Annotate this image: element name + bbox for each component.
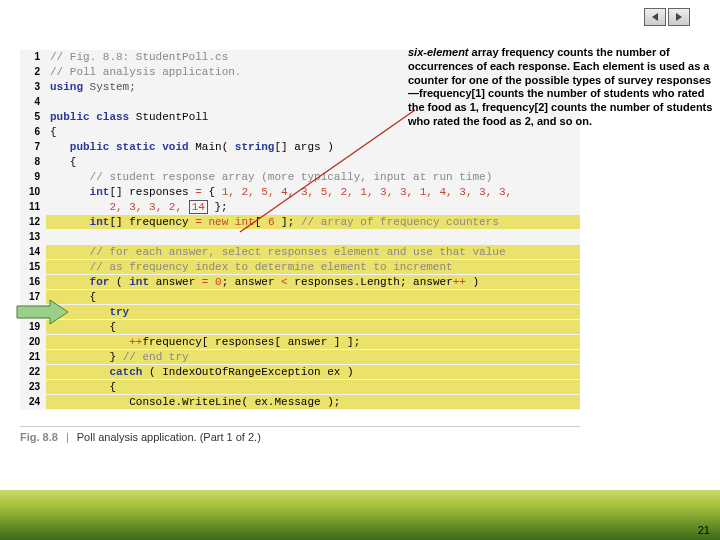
code-line-7: public static void Main( string[] args ) [46,140,580,154]
code-line-9: // student response array (more typicall… [46,170,580,184]
figure-caption: Fig. 8.8 | Poll analysis application. (P… [20,426,580,443]
code-line-20: ++frequency[ responses[ answer ] ]; [46,335,580,349]
slide-content: six-element array frequency counts the n… [20,40,700,470]
code-line-21: } // end try [46,350,580,364]
block-arrow-icon [14,298,70,326]
code-line-22: catch ( IndexOutOfRangeException ex ) [46,365,580,379]
svg-marker-0 [652,13,658,21]
annotation-italic: six-element [408,46,469,58]
nav-buttons [644,8,690,26]
code-line-12: int[] frequency = new int[ 6 ]; // array… [46,215,580,229]
code-line-16: for ( int answer = 0; answer < responses… [46,275,580,289]
figure-number: Fig. 8.8 [20,431,58,443]
annotation-text: six-element array frequency counts the n… [408,46,714,129]
prev-button[interactable] [644,8,666,26]
code-line-11: 2, 3, 3, 2, 14 }; [46,200,580,214]
code-line-8: { [46,155,580,169]
triangle-right-icon [674,12,684,22]
next-button[interactable] [668,8,690,26]
code-line-14: // for each answer, select responses ele… [46,245,580,259]
page-number: 21 [698,524,710,536]
caption-separator: | [66,431,69,443]
svg-marker-3 [17,300,68,324]
code-line-19: { [46,320,580,334]
code-line-1: // Fig. 8.8: StudentPoll.cs [50,51,228,63]
code-line-23: { [46,380,580,394]
triangle-left-icon [650,12,660,22]
footer-bar [0,490,720,540]
code-line-24: Console.WriteLine( ex.Message ); [46,395,580,409]
code-line-15: // as frequency index to determine eleme… [46,260,580,274]
code-line-10: int[] responses = { 1, 2, 5, 4, 3, 5, 2,… [46,185,580,199]
caption-text: Poll analysis application. (Part 1 of 2.… [77,431,261,443]
code-line-17: { [46,290,580,304]
svg-marker-1 [676,13,682,21]
code-line-2: // Poll analysis application. [50,66,241,78]
code-line-18: try [46,305,580,319]
